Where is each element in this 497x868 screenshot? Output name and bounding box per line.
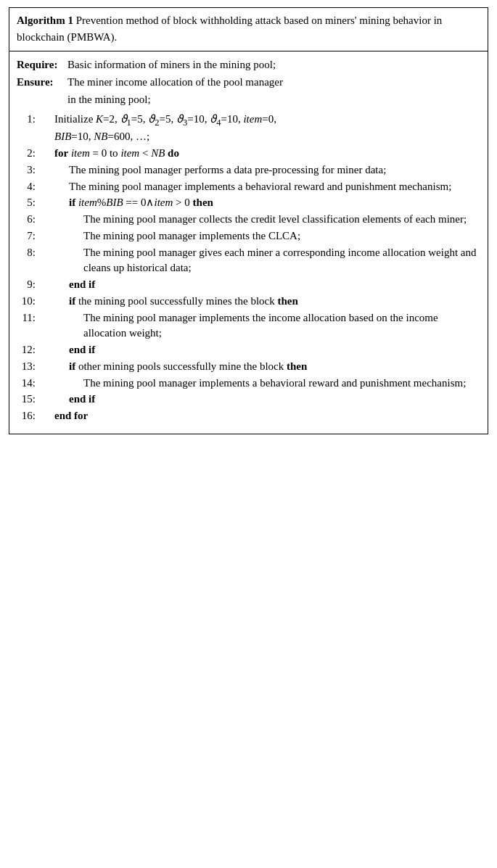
- step-line: 7: The mining pool manager implements th…: [17, 228, 480, 244]
- step-content: The mining pool manager implements a beh…: [40, 376, 480, 392]
- step-number: 16:: [17, 408, 40, 424]
- step-number: 13:: [17, 359, 40, 375]
- step-line: 9: end if: [17, 277, 480, 293]
- step-number: 9:: [17, 277, 40, 293]
- algorithm-title-desc: Prevention method of block withholding a…: [17, 15, 442, 43]
- ensure-text: The miner income allocation of the pool …: [67, 75, 480, 91]
- step-content: The mining pool manager gives each miner…: [40, 245, 480, 277]
- step-line: 13: if other mining pools successfully m…: [17, 359, 480, 375]
- step-content: end if: [40, 392, 480, 408]
- step-line: 14: The mining pool manager implements a…: [17, 376, 480, 392]
- step-line: 10: if the mining pool successfully mine…: [17, 294, 480, 310]
- step-line: 6: The mining pool manager collects the …: [17, 212, 480, 228]
- step-line: 2: for item = 0 to item < NB do: [17, 146, 480, 162]
- step-number: 14:: [17, 376, 40, 392]
- step-content: end for: [40, 408, 480, 424]
- step-line: 15: end if: [17, 392, 480, 408]
- step-content: end if: [40, 342, 480, 358]
- step-content: The mining pool manager implements the C…: [40, 228, 480, 244]
- step-number: 12:: [17, 342, 40, 358]
- algorithm-body: Require: Basic information of miners in …: [9, 51, 488, 434]
- ensure-label: Ensure:: [17, 75, 67, 91]
- step-content: end if: [40, 277, 480, 293]
- require-text: Basic information of miners in the minin…: [67, 57, 480, 73]
- ensure-text-continuation: in the mining pool;: [17, 92, 480, 108]
- step-number: 6:: [17, 212, 40, 228]
- step-content: The mining pool manager performs a data …: [40, 162, 480, 178]
- step-line: 16: end for: [17, 408, 480, 424]
- step-number: 15:: [17, 392, 40, 408]
- step-number: 4:: [17, 179, 40, 195]
- step-line: 12: end if: [17, 342, 480, 358]
- step-line: 3: The mining pool manager performs a da…: [17, 162, 480, 178]
- require-line: Require: Basic information of miners in …: [17, 57, 480, 73]
- step-content: Initialize K=2, ϑ1=5, ϑ2=5, ϑ3=10, ϑ4=10…: [40, 112, 480, 145]
- step-number: 10:: [17, 294, 40, 310]
- step-line: 5: if item%BIB == 0∧item > 0 then: [17, 195, 480, 211]
- step-line: 1: Initialize K=2, ϑ1=5, ϑ2=5, ϑ3=10, ϑ4…: [17, 112, 480, 145]
- algorithm-title: Algorithm 1: [17, 15, 73, 26]
- step-content: The mining pool manager implements the i…: [40, 310, 480, 342]
- step-number: 5:: [17, 195, 40, 211]
- algorithm-box: Algorithm 1 Prevention method of block w…: [9, 7, 488, 434]
- step-number: 3:: [17, 162, 40, 178]
- step-number: 2:: [17, 146, 40, 162]
- step-content: if other mining pools successfully mine …: [40, 359, 480, 375]
- step-content: for item = 0 to item < NB do: [40, 146, 480, 162]
- require-label: Require:: [17, 57, 67, 73]
- step-line: 11: The mining pool manager implements t…: [17, 310, 480, 342]
- step-content: if the mining pool successfully mines th…: [40, 294, 480, 310]
- step-content: The mining pool manager implements a beh…: [40, 179, 480, 195]
- steps-block: 1: Initialize K=2, ϑ1=5, ϑ2=5, ϑ3=10, ϑ4…: [17, 112, 480, 424]
- step-line: 4: The mining pool manager implements a …: [17, 179, 480, 195]
- step-content: The mining pool manager collects the cre…: [40, 212, 480, 228]
- step-number: 1:: [17, 112, 40, 128]
- ensure-line: Ensure: The miner income allocation of t…: [17, 75, 480, 91]
- step-number: 8:: [17, 245, 40, 261]
- step-line: 8: The mining pool manager gives each mi…: [17, 245, 480, 277]
- step-number: 7:: [17, 228, 40, 244]
- step-number: 11:: [17, 310, 40, 326]
- step-content: if item%BIB == 0∧item > 0 then: [40, 195, 480, 211]
- require-ensure-block: Require: Basic information of miners in …: [17, 57, 480, 107]
- algorithm-header: Algorithm 1 Prevention method of block w…: [9, 8, 488, 51]
